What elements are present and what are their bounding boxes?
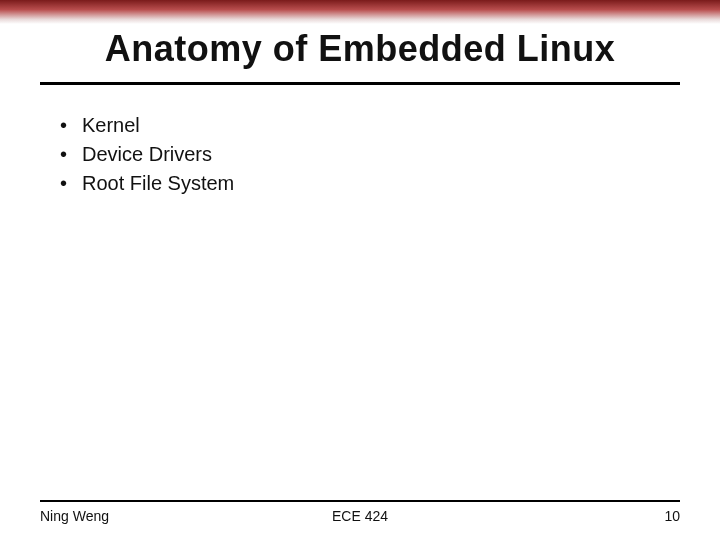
footer-page-number: 10 — [467, 508, 680, 524]
footer-author: Ning Weng — [40, 508, 253, 524]
slide-footer: Ning Weng ECE 424 10 — [0, 500, 720, 524]
title-area: Anatomy of Embedded Linux — [0, 24, 720, 78]
list-item: Device Drivers — [60, 140, 660, 169]
bullet-list: Kernel Device Drivers Root File System — [60, 111, 660, 198]
slide-body: Kernel Device Drivers Root File System — [0, 85, 720, 198]
footer-course: ECE 424 — [253, 508, 466, 524]
list-item: Kernel — [60, 111, 660, 140]
slide-title: Anatomy of Embedded Linux — [40, 28, 680, 70]
list-item: Root File System — [60, 169, 660, 198]
footer-rule — [40, 500, 680, 502]
header-gradient — [0, 0, 720, 24]
